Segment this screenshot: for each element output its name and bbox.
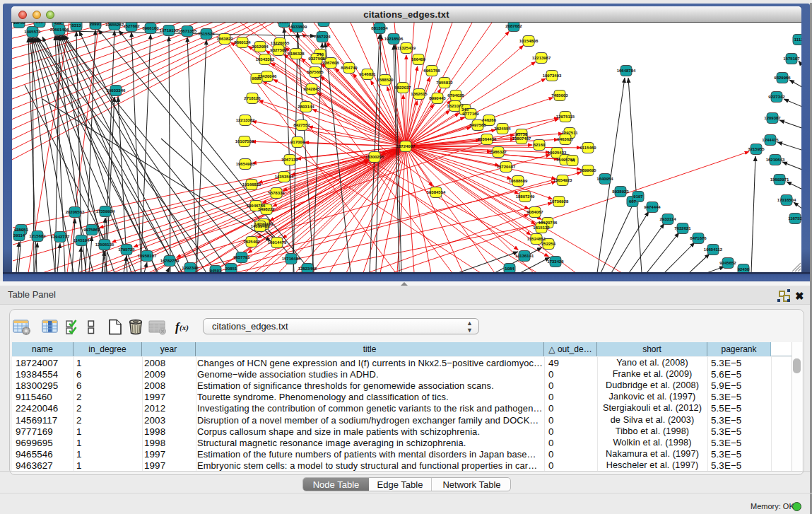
svg-text:10807487: 10807487 — [512, 136, 531, 141]
svg-text:3912954: 3912954 — [252, 45, 269, 49]
svg-text:12505135: 12505135 — [95, 243, 114, 247]
svg-text:5822037: 5822037 — [394, 86, 411, 90]
svg-text:9463627: 9463627 — [557, 137, 574, 141]
svg-text:7632621: 7632621 — [674, 226, 691, 230]
svg-text:252254: 252254 — [541, 242, 556, 246]
svg-text:1292346: 1292346 — [182, 266, 199, 270]
svg-text:2718126: 2718126 — [244, 96, 261, 100]
svg-text:62160: 62160 — [534, 143, 546, 147]
svg-text:16960: 16960 — [318, 23, 330, 23]
svg-text:205: 205 — [36, 23, 44, 24]
svg-text:6794028: 6794028 — [447, 93, 464, 98]
svg-text:10719155: 10719155 — [160, 28, 179, 33]
svg-text:9329966: 9329966 — [774, 76, 791, 80]
svg-text:3267130: 3267130 — [281, 158, 298, 162]
svg-text:20206563: 20206563 — [66, 210, 85, 214]
svg-text:20991: 20991 — [90, 23, 102, 26]
svg-text:1112: 1112 — [794, 37, 801, 42]
svg-text:13654923: 13654923 — [553, 178, 572, 182]
svg-text:14353594: 14353594 — [275, 175, 294, 179]
svg-text:917004: 917004 — [290, 140, 305, 144]
svg-text:8471676: 8471676 — [690, 236, 707, 240]
svg-text:5875685: 5875685 — [307, 70, 324, 74]
svg-text:1209387: 1209387 — [764, 116, 781, 120]
svg-text:29053346: 29053346 — [107, 88, 126, 93]
svg-text:2367608: 2367608 — [322, 61, 339, 65]
svg-text:9975867: 9975867 — [83, 228, 100, 232]
svg-text:18300295: 18300295 — [365, 155, 384, 159]
svg-text:116753: 116753 — [788, 216, 801, 221]
svg-text:1909: 1909 — [279, 23, 289, 24]
svg-text:8813054: 8813054 — [371, 26, 388, 30]
svg-text:2933114: 2933114 — [659, 217, 676, 221]
svg-text:1733426: 1733426 — [547, 259, 564, 264]
svg-text:9899695: 9899695 — [579, 168, 596, 173]
svg-text:12823465: 12823465 — [298, 267, 317, 271]
svg-text:1215682: 1215682 — [29, 234, 46, 238]
svg-text:12213967: 12213967 — [532, 56, 551, 60]
svg-text:16107552: 16107552 — [235, 139, 254, 144]
svg-text:9657791: 9657791 — [233, 255, 250, 259]
svg-text:20851: 20851 — [225, 267, 237, 271]
svg-text:16033809: 16033809 — [288, 25, 307, 29]
svg-text:9242845: 9242845 — [303, 87, 320, 91]
svg-text:9146821: 9146821 — [359, 72, 376, 76]
svg-text:1588520: 1588520 — [377, 78, 394, 82]
svg-text:16671355: 16671355 — [178, 29, 197, 33]
svg-text:9227342: 9227342 — [768, 95, 785, 99]
svg-text:7955812: 7955812 — [436, 81, 453, 85]
svg-text:17359924: 17359924 — [96, 209, 115, 214]
svg-text:8186328: 8186328 — [288, 52, 305, 56]
svg-text:8427552: 8427552 — [293, 123, 310, 127]
svg-text:10973493: 10973493 — [543, 74, 562, 78]
svg-text:6497568: 6497568 — [469, 123, 486, 127]
svg-text:7663822: 7663822 — [216, 37, 233, 41]
svg-text:13524851: 13524851 — [527, 237, 546, 241]
svg-text:16543362: 16543362 — [256, 57, 275, 62]
svg-text:15716485: 15716485 — [282, 257, 301, 261]
svg-text:667: 667 — [629, 199, 637, 204]
svg-text:8313: 8313 — [71, 23, 81, 28]
svg-text:92450: 92450 — [738, 267, 750, 271]
svg-text:2803144: 2803144 — [298, 105, 314, 109]
svg-text:1527602: 1527602 — [123, 24, 140, 28]
svg-text:7857224: 7857224 — [314, 35, 331, 39]
svg-text:19654983: 19654983 — [236, 162, 255, 166]
svg-text:1405571: 1405571 — [24, 30, 41, 34]
svg-text:10655267: 10655267 — [105, 23, 124, 27]
svg-text:9115460: 9115460 — [579, 146, 596, 150]
svg-text:5578334: 5578334 — [268, 191, 285, 195]
svg-text:16914479: 16914479 — [268, 240, 287, 245]
svg-text:746266: 746266 — [482, 118, 497, 122]
svg-text:1575107: 1575107 — [783, 57, 800, 61]
svg-text:8990443: 8990443 — [429, 96, 446, 100]
svg-text:16210643: 16210643 — [766, 158, 785, 162]
svg-text:12975115: 12975115 — [556, 115, 575, 119]
svg-text:18807249: 18807249 — [516, 194, 535, 199]
svg-text:15720407: 15720407 — [497, 165, 516, 169]
svg-text:8660124: 8660124 — [234, 40, 251, 45]
svg-text:8938923: 8938923 — [612, 189, 629, 194]
svg-text:10688609: 10688609 — [509, 179, 528, 183]
svg-text:1084: 1084 — [505, 267, 514, 271]
svg-text:15692971: 15692971 — [770, 177, 789, 182]
svg-text:19166829: 19166829 — [242, 182, 261, 187]
svg-text:19384554: 19384554 — [427, 190, 446, 194]
svg-text:1640954: 1640954 — [596, 177, 613, 181]
svg-text:10654112: 10654112 — [704, 247, 723, 252]
svg-text:9327509: 9327509 — [270, 48, 287, 52]
svg-text:20364436: 20364436 — [478, 137, 497, 141]
svg-text:1615132: 1615132 — [533, 226, 550, 230]
svg-text:44: 44 — [570, 158, 575, 163]
svg-text:1244415: 1244415 — [762, 138, 779, 142]
svg-text:17016504: 17016504 — [777, 198, 796, 202]
svg-text:10120746: 10120746 — [539, 221, 558, 225]
svg-text:14136141: 14136141 — [515, 254, 534, 258]
svg-text:9777169: 9777169 — [462, 112, 479, 116]
svg-text:16648784: 16648784 — [617, 69, 636, 73]
svg-text:9084067: 9084067 — [526, 210, 543, 214]
svg-text:12213382: 12213382 — [236, 118, 255, 122]
svg-text:10756928: 10756928 — [550, 199, 569, 204]
svg-text:1362615: 1362615 — [411, 92, 428, 96]
svg-text:20691406: 20691406 — [50, 28, 69, 32]
